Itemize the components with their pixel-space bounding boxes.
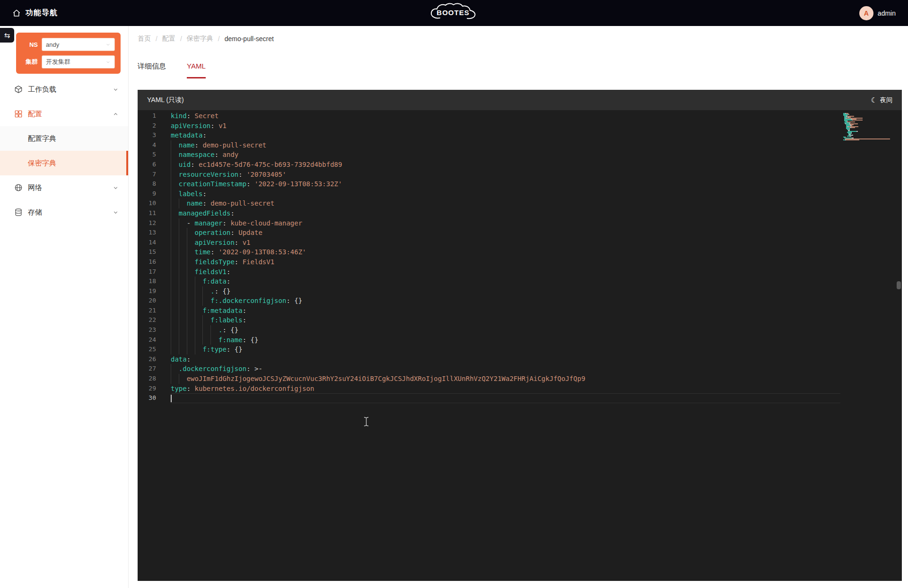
home-icon [12, 9, 21, 17]
sidebar: ⇆ NS andy 集群 开发集群 [0, 26, 129, 588]
breadcrumb: 首页 配置 保密字典 demo-pull-secret [138, 35, 274, 43]
sidebar-item-label: 配置 [28, 110, 113, 119]
code-line: labels: [171, 189, 840, 199]
line-number: 5 [138, 150, 171, 160]
network-icon [14, 183, 23, 192]
code-line: apiVersion: v1 [171, 238, 840, 248]
config-icon [14, 110, 23, 118]
code-line: managedFields: [171, 208, 840, 218]
line-number: 29 [138, 384, 171, 394]
code-line: .: {} [171, 325, 840, 335]
chevron-down-icon [113, 209, 119, 216]
sidebar-item-storage[interactable]: 存储 [0, 200, 128, 225]
code-line: data: [171, 355, 840, 364]
line-number: 25 [138, 345, 171, 355]
username: admin [878, 9, 896, 17]
bootes-logo: BOOTES [426, 2, 482, 24]
line-number: 18 [138, 277, 171, 286]
code-line: time: '2022-09-13T08:53:46Z' [171, 247, 840, 257]
sidebar-item-config[interactable]: 配置 [0, 102, 128, 126]
editor-title: YAML (只读) [147, 96, 184, 104]
code-line: ewoJImF1dGhzIjogewoJCSJyZWcucnVuc3RhY2su… [171, 374, 840, 384]
code-line: f:data: [171, 277, 840, 286]
breadcrumb-home[interactable]: 首页 [138, 35, 151, 43]
line-number: 17 [138, 267, 171, 277]
line-number: 10 [138, 199, 171, 208]
code-line: uid: ec1d457e-5d76-475c-b693-7392d4bbfd8… [171, 160, 840, 170]
submenu-item-label: 配置字典 [28, 134, 56, 143]
namespace-row: NS andy [22, 38, 115, 51]
minimap[interactable] [843, 113, 893, 141]
code-line: fieldsV1: [171, 267, 840, 277]
line-number: 1 [138, 111, 171, 121]
yaml-code[interactable]: 1234567891011121314151617181920212223242… [138, 110, 902, 581]
tab-bar: 详细信息 YAML [138, 62, 206, 78]
code-line: namespace: andy [171, 150, 840, 160]
top-header: 功能导航 BOOTES A admin [0, 0, 908, 26]
code-line: .: {} [171, 286, 840, 296]
sidebar-item-secret[interactable]: 保密字典 [0, 151, 128, 175]
editor-scrollbar-thumb[interactable] [897, 281, 901, 289]
gutter: 1234567891011121314151617181920212223242… [138, 111, 171, 403]
line-number: 28 [138, 374, 171, 384]
code-line: name: demo-pull-secret [171, 140, 840, 150]
line-number: 7 [138, 170, 171, 180]
workload-icon [14, 85, 23, 94]
sidebar-item-label: 工作负载 [28, 85, 113, 94]
tab-details[interactable]: 详细信息 [138, 62, 166, 78]
sidebar-menu: 工作负载 配置 配置字典 保密字典 网络 [0, 77, 128, 225]
code-line: resourceVersion: '20703405' [171, 170, 840, 180]
code-line: fieldsType: FieldsV1 [171, 257, 840, 267]
line-number: 15 [138, 247, 171, 257]
submenu-item-label: 保密字典 [28, 159, 56, 168]
nav-title: 功能导航 [26, 8, 58, 18]
line-number: 21 [138, 306, 171, 316]
cluster-row: 集群 开发集群 [22, 55, 115, 69]
sidebar-item-label: 存储 [28, 208, 113, 217]
breadcrumb-current: demo-pull-secret [225, 35, 274, 43]
namespace-select[interactable]: andy [42, 38, 115, 51]
chevron-down-icon [105, 42, 111, 47]
sidebar-item-configmap[interactable]: 配置字典 [0, 126, 128, 151]
night-mode-label: 夜间 [880, 96, 892, 104]
line-number: 8 [138, 179, 171, 189]
line-number: 14 [138, 238, 171, 248]
code-line: kind: Secret [171, 111, 840, 121]
line-number: 6 [138, 160, 171, 170]
code-line: f:labels: [171, 315, 840, 325]
line-number: 24 [138, 335, 171, 345]
editor-header: YAML (只读) ☾ 夜间 [138, 90, 902, 110]
code-line: .dockerconfigjson: >- [171, 364, 840, 374]
collapse-sidebar-button[interactable]: ⇆ [0, 28, 14, 43]
code-line: operation: Update [171, 228, 840, 238]
tab-yaml[interactable]: YAML [187, 62, 206, 78]
sidebar-item-label: 网络 [28, 183, 113, 192]
breadcrumb-config[interactable]: 配置 [162, 35, 175, 43]
line-number: 11 [138, 208, 171, 218]
line-number: 23 [138, 325, 171, 335]
code-line: apiVersion: v1 [171, 121, 840, 131]
avatar: A [859, 6, 873, 20]
code-line: - manager: kube-cloud-manager [171, 218, 840, 228]
mouse-cursor-icon [363, 416, 369, 428]
line-number: 22 [138, 315, 171, 325]
sidebar-item-network[interactable]: 网络 [0, 175, 128, 200]
line-number: 9 [138, 189, 171, 199]
cluster-select[interactable]: 开发集群 [42, 55, 115, 69]
user-menu[interactable]: A admin [859, 6, 896, 20]
code-lines: kind: SecretapiVersion: v1metadata:name:… [171, 111, 840, 403]
context-panel: NS andy 集群 开发集群 [16, 33, 121, 74]
code-line: f:metadata: [171, 306, 840, 316]
line-number: 13 [138, 228, 171, 238]
sidebar-item-workloads[interactable]: 工作负载 [0, 77, 128, 102]
breadcrumb-secret[interactable]: 保密字典 [187, 35, 213, 43]
namespace-label: NS [22, 41, 38, 48]
code-line: name: demo-pull-secret [171, 199, 840, 208]
nav-home[interactable]: 功能导航 [12, 8, 58, 18]
night-mode-toggle[interactable]: ☾ 夜间 [871, 96, 892, 104]
line-number: 30 [138, 393, 171, 403]
yaml-editor-panel: YAML (只读) ☾ 夜间 1234567891011121314151617… [138, 90, 902, 581]
breadcrumb-separator [156, 35, 157, 43]
line-number: 27 [138, 364, 171, 374]
code-line: creationTimestamp: '2022-09-13T08:53:32Z… [171, 179, 840, 189]
